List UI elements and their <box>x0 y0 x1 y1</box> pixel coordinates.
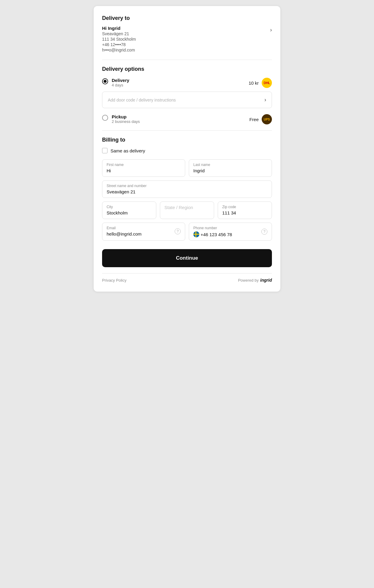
delivery-price: 10 kr <box>249 80 259 86</box>
privacy-policy-link[interactable]: Privacy Policy <box>102 278 126 283</box>
last-name-field[interactable]: Last name Ingrid <box>189 159 272 177</box>
delivery-option-right: 10 kr DHL <box>249 78 272 88</box>
phone-label: Phone number <box>193 226 259 230</box>
pickup-price: Free <box>249 117 259 122</box>
city-value[interactable]: Stockholm <box>107 210 128 215</box>
email-field-inner: Email hello@ingrid.com ? <box>107 226 181 237</box>
zip-label: Zip code <box>222 205 267 209</box>
footer: Privacy Policy Powered by ingrid <box>102 273 272 283</box>
delivery-email-masked: h•••o@ingrid.com <box>102 48 136 52</box>
zip-field[interactable]: Zip code 111 34 <box>218 202 272 219</box>
delivery-options-title: Delivery options <box>102 66 272 72</box>
phone-value-row: +46 123 456 78 <box>193 231 259 237</box>
delivery-edit-chevron[interactable]: › <box>270 27 272 33</box>
ingrid-brand: ingrid <box>260 278 272 283</box>
powered-by-text: Powered by <box>238 278 259 283</box>
door-code-box[interactable]: Add door code / delivery instructions › <box>102 92 272 108</box>
state-field[interactable]: State / Region <box>160 202 214 219</box>
delivery-address-block: Hi Ingrid Sveavägen 21 111 34 Stockholm … <box>102 26 136 52</box>
phone-field[interactable]: Phone number +46 123 456 78 ? <box>189 223 272 241</box>
first-name-value[interactable]: Hi <box>107 168 111 173</box>
door-code-text: Add door code / delivery instructions <box>108 98 176 102</box>
name-row: First name Hi Last name Ingrid <box>102 159 272 177</box>
phone-inner: Phone number +46 123 456 78 <box>193 226 259 237</box>
pickup-radio[interactable] <box>102 115 108 121</box>
powered-by: Powered by ingrid <box>238 278 272 283</box>
delivery-option-label: Delivery <box>112 78 129 83</box>
pickup-option-right: Free UPS <box>249 114 272 124</box>
delivery-radio[interactable] <box>102 78 108 84</box>
dhl-badge: DHL <box>262 78 272 88</box>
phone-value[interactable]: +46 123 456 78 <box>201 232 232 237</box>
state-placeholder: State / Region <box>164 205 193 210</box>
door-code-chevron: › <box>264 97 266 103</box>
same-as-delivery-row[interactable]: Same as delivery <box>102 148 272 153</box>
billing-title: Billing to <box>102 137 272 143</box>
delivery-address1: Sveavägen 21 <box>102 31 136 36</box>
phone-help-icon[interactable]: ? <box>261 229 267 235</box>
divider-2 <box>102 130 272 131</box>
delivery-info: Hi Ingrid Sveavägen 21 111 34 Stockholm … <box>102 26 272 52</box>
last-name-label: Last name <box>193 163 267 167</box>
same-as-delivery-label: Same as delivery <box>111 148 145 153</box>
city-field[interactable]: City Stockholm <box>102 202 156 219</box>
delivery-option-left: Delivery 4 days <box>102 78 129 87</box>
pickup-option-row[interactable]: Pickup 2 business days Free UPS <box>102 114 272 124</box>
first-name-field[interactable]: First name Hi <box>102 159 185 177</box>
delivery-option-info: Delivery 4 days <box>112 78 129 87</box>
phone-field-inner: Phone number +46 123 456 78 ? <box>193 226 267 237</box>
billing-section: Billing to Same as delivery First name H… <box>102 137 272 267</box>
continue-button[interactable]: Continue <box>102 249 272 267</box>
city-label: City <box>107 205 152 209</box>
main-card: Delivery to Hi Ingrid Sveavägen 21 111 3… <box>94 6 280 292</box>
ups-badge: UPS <box>262 114 272 124</box>
street-row: Street name and number Sveavägen 21 <box>102 180 272 198</box>
sweden-flag-icon <box>193 231 199 237</box>
divider-1 <box>102 60 272 60</box>
same-as-delivery-checkbox[interactable] <box>102 148 108 153</box>
last-name-value[interactable]: Ingrid <box>193 168 205 173</box>
pickup-option-sub: 2 business days <box>112 119 140 124</box>
email-field[interactable]: Email hello@ingrid.com ? <box>102 223 185 241</box>
street-field[interactable]: Street name and number Sveavägen 21 <box>102 180 272 198</box>
email-help-icon[interactable]: ? <box>175 228 181 234</box>
street-label: Street name and number <box>107 184 267 188</box>
delivery-address2: 111 34 Stockholm <box>102 37 136 42</box>
delivery-option-row[interactable]: Delivery 4 days 10 kr DHL <box>102 78 272 88</box>
first-name-label: First name <box>107 163 181 167</box>
email-inner: Email hello@ingrid.com <box>107 226 172 237</box>
delivery-option-sub: 4 days <box>112 83 129 87</box>
zip-value[interactable]: 111 34 <box>222 210 236 215</box>
email-phone-row: Email hello@ingrid.com ? Phone number +4… <box>102 223 272 241</box>
delivery-name: Hi Ingrid <box>102 26 136 31</box>
street-value[interactable]: Sveavägen 21 <box>107 189 136 194</box>
city-state-zip-row: City Stockholm State / Region Zip code 1… <box>102 202 272 219</box>
delivery-to-title: Delivery to <box>102 15 272 21</box>
pickup-option-label: Pickup <box>112 114 140 119</box>
delivery-phone-masked: +46 12••••78 <box>102 42 136 47</box>
email-label: Email <box>107 226 172 230</box>
email-value[interactable]: hello@ingrid.com <box>107 231 142 236</box>
pickup-option-left: Pickup 2 business days <box>102 114 140 124</box>
pickup-option-info: Pickup 2 business days <box>112 114 140 124</box>
